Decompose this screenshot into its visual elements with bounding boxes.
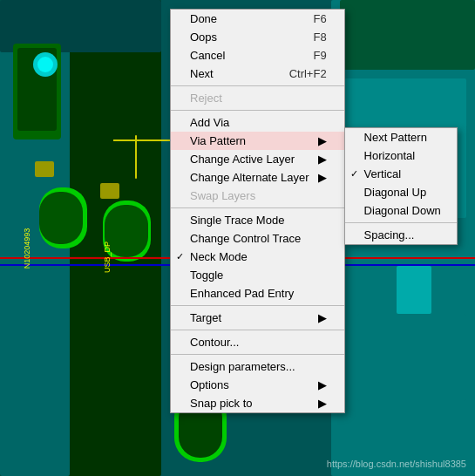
url-watermark: https://blog.csdn.net/shishul8385	[327, 459, 466, 469]
menu-item-snap-pick-to[interactable]: Snap pick to ▶	[171, 394, 344, 412]
pcb-top-right	[340, 0, 475, 70]
via-pattern-arrow: ▶	[309, 134, 327, 147]
separator-1	[171, 85, 344, 86]
contour-label: Contour...	[190, 336, 239, 349]
change-active-layer-label: Change Active Layer	[190, 153, 295, 166]
pcb-right-bottom	[357, 314, 466, 401]
menu-item-done[interactable]: Done F6	[171, 10, 344, 28]
neck-mode-label: Neck Mode	[190, 250, 248, 263]
menu-item-single-trace-mode[interactable]: Single Trace Mode	[171, 211, 344, 229]
menu-item-change-alternate-layer[interactable]: Change Alternate Layer ▶	[171, 168, 344, 187]
options-label: Options	[190, 378, 229, 391]
menu-item-toggle[interactable]: Toggle	[171, 266, 344, 284]
horizontal-label: Horizontal	[364, 149, 416, 162]
menu-item-enhanced-pad-entry[interactable]: Enhanced Pad Entry	[171, 284, 344, 303]
separator-2	[171, 110, 344, 111]
spacing-label: Spacing...	[364, 228, 415, 241]
via-pattern-label: Via Pattern	[190, 134, 246, 147]
submenu-item-diagonal-up[interactable]: Diagonal Up	[345, 183, 457, 201]
separator-5	[171, 330, 344, 330]
add-via-label: Add Via	[190, 116, 229, 129]
options-arrow: ▶	[309, 378, 327, 391]
menu-item-target[interactable]: Target ▶	[171, 309, 344, 327]
enhanced-pad-entry-label: Enhanced Pad Entry	[190, 287, 294, 300]
menu-item-swap-layers: Swap Layers	[171, 187, 344, 205]
submenu-item-horizontal[interactable]: Horizontal	[345, 146, 457, 165]
change-alternate-layer-label: Change Alternate Layer	[190, 171, 309, 184]
pcb-right-comp	[397, 266, 431, 314]
pcb-yellow-trace-v	[135, 135, 137, 179]
diagonal-up-label: Diagonal Up	[364, 186, 427, 199]
menu-item-next[interactable]: Next Ctrl+F2	[171, 65, 344, 83]
menu-item-add-via[interactable]: Add Via	[171, 113, 344, 132]
target-label: Target	[190, 311, 221, 324]
pcb-pad-2	[100, 183, 119, 199]
next-shortcut: Ctrl+F2	[272, 67, 327, 80]
vertical-check: ✓	[350, 168, 358, 180]
menu-item-via-pattern[interactable]: Via Pattern ▶ Next Pattern Horizontal ✓ …	[171, 132, 344, 150]
menu-item-neck-mode[interactable]: ✓ Neck Mode	[171, 248, 344, 266]
submenu-item-vertical[interactable]: ✓ Vertical	[345, 165, 457, 183]
snap-pick-to-arrow: ▶	[309, 397, 327, 410]
context-menu: Done F6 Oops F8 Cancel F9 Next Ctrl+F2 R…	[170, 9, 345, 413]
menu-item-reject: Reject	[171, 89, 344, 107]
pcb-oval-1	[39, 192, 83, 244]
change-active-layer-arrow: ▶	[309, 153, 327, 166]
url-text: https://blog.csdn.net/shishul8385	[327, 459, 466, 469]
submenu-item-diagonal-down[interactable]: Diagonal Down	[345, 201, 457, 220]
snap-pick-to-label: Snap pick to	[190, 397, 253, 410]
change-alternate-layer-arrow: ▶	[309, 171, 327, 184]
menu-item-options[interactable]: Options ▶	[171, 376, 344, 394]
menu-item-cancel[interactable]: Cancel F9	[171, 46, 344, 65]
component-label-2: USB_DP	[103, 241, 112, 273]
toggle-label: Toggle	[190, 269, 223, 282]
menu-item-design-parameters[interactable]: Design parameters...	[171, 357, 344, 376]
design-parameters-label: Design parameters...	[190, 360, 295, 373]
menu-item-change-active-layer[interactable]: Change Active Layer ▶	[171, 150, 344, 168]
done-label: Done	[190, 12, 217, 25]
vertical-label: Vertical	[364, 167, 402, 180]
swap-layers-label: Swap Layers	[190, 189, 255, 202]
done-shortcut: F6	[295, 12, 326, 25]
menu-item-change-control-trace[interactable]: Change Control Trace	[171, 229, 344, 248]
neck-mode-check: ✓	[176, 251, 184, 262]
component-label-1: N10204993	[23, 228, 31, 269]
cancel-label: Cancel	[190, 49, 225, 62]
pcb-led-inner	[37, 57, 53, 72]
change-control-trace-label: Change Control Trace	[190, 232, 301, 245]
pcb-pad-1	[35, 161, 54, 177]
separator-3	[171, 207, 344, 208]
diagonal-down-label: Diagonal Down	[364, 204, 441, 217]
menu-item-contour[interactable]: Contour...	[171, 333, 344, 351]
via-pattern-submenu: Next Pattern Horizontal ✓ Vertical Diago…	[344, 127, 458, 245]
separator-4	[171, 305, 344, 306]
menu-item-oops[interactable]: Oops F8	[171, 28, 344, 46]
next-label: Next	[190, 67, 214, 80]
oops-label: Oops	[190, 31, 217, 44]
submenu-separator	[345, 222, 457, 223]
reject-label: Reject	[190, 92, 222, 105]
separator-6	[171, 354, 344, 355]
cancel-shortcut: F9	[295, 49, 326, 62]
submenu-item-next-pattern[interactable]: Next Pattern	[345, 128, 457, 146]
target-arrow: ▶	[309, 311, 327, 324]
next-pattern-label: Next Pattern	[364, 131, 427, 144]
submenu-item-spacing[interactable]: Spacing...	[345, 226, 457, 244]
oops-shortcut: F8	[295, 31, 326, 44]
single-trace-mode-label: Single Trace Mode	[190, 214, 284, 227]
